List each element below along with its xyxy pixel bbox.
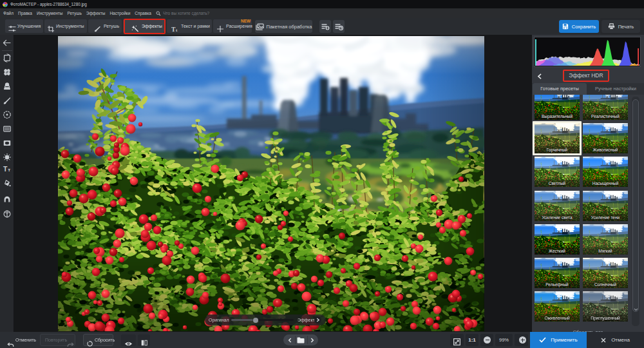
svg-text:T: T (3, 165, 8, 173)
svg-text:t: t (176, 28, 178, 32)
svg-text:т: т (8, 167, 10, 173)
svg-text:T: T (171, 26, 176, 32)
